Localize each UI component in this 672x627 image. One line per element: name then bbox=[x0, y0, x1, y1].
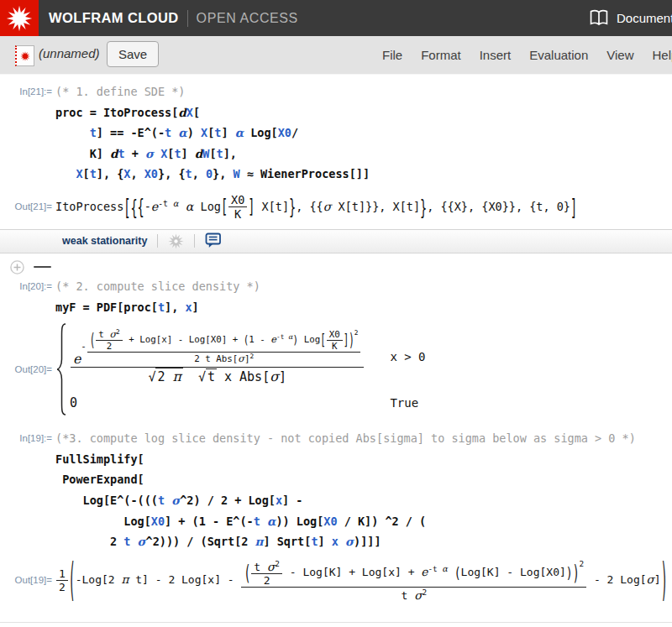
cell-tag[interactable]: weak stationarity bbox=[62, 235, 147, 247]
code-line[interactable]: K] dt + σ X[t] dW[t], bbox=[55, 144, 672, 165]
code-line[interactable]: myF = PDF[proc[t], x] bbox=[55, 297, 672, 318]
toolbar-divider bbox=[157, 234, 158, 248]
code-line[interactable]: 2 t σ^2))) / (Sqrt[2 π] Sqrt[t] x σ)]]] bbox=[55, 531, 672, 552]
code-line[interactable]: FullSimplify[ bbox=[55, 449, 672, 470]
code-line[interactable]: (* 2. compute slice density *) bbox=[55, 276, 672, 297]
menu-file[interactable]: File bbox=[382, 48, 402, 62]
output-cell-21: Out[21]= ItoProcess[{{-e-t α α Log[X0K] … bbox=[0, 193, 672, 221]
output-cell-20: Out[20]= e-(t σ22 + Log[x] - Log[X0] + (… bbox=[0, 322, 672, 416]
code-line[interactable]: (*3. compute log slice density - not cop… bbox=[55, 428, 672, 449]
piecewise-condition-2: True bbox=[390, 396, 425, 410]
code-in19[interactable]: (*3. compute log slice density - not cop… bbox=[55, 428, 672, 552]
cell-label-in20: In[20]:= bbox=[0, 276, 52, 317]
toolbar-divider bbox=[194, 234, 195, 248]
cell-group-separator bbox=[0, 622, 672, 623]
notebook-filename: (unnamed) bbox=[39, 46, 100, 60]
code-line[interactable]: t] == -E^(-t α) X[t] α Log[X0/ bbox=[55, 123, 672, 144]
menu-bar: File Format Insert Evaluation View Help bbox=[382, 36, 672, 74]
notebook-spikey-icon bbox=[20, 51, 30, 61]
brand-product: OPEN ACCESS bbox=[197, 11, 298, 26]
menu-insert[interactable]: Insert bbox=[480, 48, 512, 62]
app-header: WOLFRAM CLOUD OPEN ACCESS Documentation bbox=[0, 0, 672, 36]
piecewise-value-1: e-(t σ22 + Log[x] - Log[X0] + (1 - e-t α… bbox=[70, 328, 365, 384]
documentation-link[interactable]: Documentation bbox=[588, 0, 672, 36]
output-formula-19: 12(-Log[2 π t] - 2 Log[x] - (t σ22 - Log… bbox=[55, 559, 672, 602]
code-line[interactable]: X[t], {X, X0}, {t, 0}, W ≈ WienerProcess… bbox=[55, 164, 672, 185]
cell-label-out21: Out[21]= bbox=[0, 201, 52, 212]
brand-title: WOLFRAM CLOUD bbox=[49, 10, 179, 26]
cell-label-in19: In[19]:= bbox=[0, 428, 52, 552]
plus-circle-icon bbox=[10, 260, 24, 274]
code-line[interactable]: (* 1. define SDE *) bbox=[55, 81, 672, 102]
documentation-label: Documentation bbox=[617, 11, 672, 25]
input-cell-21: In[21]:= (* 1. define SDE *) proc = ItoP… bbox=[0, 81, 672, 185]
piecewise-condition-1: x > 0 bbox=[390, 350, 425, 363]
insert-cursor-dash bbox=[34, 266, 51, 269]
insert-cell-row bbox=[0, 260, 672, 274]
code-line[interactable]: PowerExpand[ bbox=[55, 469, 672, 490]
menu-help[interactable]: Help bbox=[653, 48, 672, 62]
comment-bubble-icon bbox=[205, 233, 223, 249]
wolfram-logo[interactable] bbox=[0, 0, 39, 36]
code-line[interactable]: Log[X0] + (1 - E^(-t α)) Log[X0 / K]) ^2… bbox=[55, 511, 672, 532]
cell-label-in21: In[21]:= bbox=[0, 81, 52, 185]
output-formula-20: e-(t σ22 + Log[x] - Log[X0] + (1 - e-t α… bbox=[55, 322, 672, 416]
menu-format[interactable]: Format bbox=[421, 48, 461, 62]
menu-evaluation[interactable]: Evaluation bbox=[529, 48, 588, 62]
brand-separator bbox=[187, 10, 188, 27]
code-in20[interactable]: (* 2. compute slice density *) myF = PDF… bbox=[55, 276, 672, 317]
output-formula-21: ItoProcess[{{-e-t α α Log[X0K] X[t]}, {{… bbox=[55, 193, 672, 221]
input-cell-19: In[19]:= (*3. compute log slice density … bbox=[0, 428, 672, 552]
code-line[interactable]: Log[E^(-(((t σ^2) / 2 + Log[x] - bbox=[55, 490, 672, 511]
notebook-icon bbox=[15, 45, 34, 66]
brand: WOLFRAM CLOUD OPEN ACCESS bbox=[49, 10, 298, 27]
wolfram-spikey-icon bbox=[6, 5, 33, 32]
piecewise-grid: e-(t σ22 + Log[x] - Log[X0] + (1 - e-t α… bbox=[70, 328, 426, 410]
cell-label-out20: Out[20]= bbox=[0, 364, 52, 374]
spikey-gear-icon bbox=[168, 233, 184, 249]
input-cell-20: In[20]:= (* 2. compute slice density *) … bbox=[0, 276, 672, 317]
book-icon bbox=[588, 9, 610, 27]
piecewise-brace bbox=[55, 322, 67, 416]
comment-button[interactable] bbox=[205, 233, 223, 249]
menu-view[interactable]: View bbox=[606, 48, 633, 62]
code-in21[interactable]: (* 1. define SDE *) proc = ItoProcess[dX… bbox=[55, 81, 672, 185]
code-line[interactable]: proc = ItoProcess[dX[ bbox=[55, 102, 672, 123]
output-cell-19: Out[19]= 12(-Log[2 π t] - 2 Log[x] - (t … bbox=[0, 559, 672, 602]
cell-toolbar: weak stationarity bbox=[0, 229, 672, 253]
notebook-area: In[21]:= (* 1. define SDE *) proc = ItoP… bbox=[0, 75, 672, 601]
cell-options-button[interactable] bbox=[168, 233, 184, 249]
piecewise-value-2: 0 bbox=[70, 395, 365, 410]
save-button[interactable]: Save bbox=[107, 41, 159, 67]
add-cell-button[interactable] bbox=[10, 260, 24, 274]
file-menubar: (unnamed) Save File Format Insert Evalua… bbox=[0, 36, 672, 75]
cell-label-out19: Out[19]= bbox=[0, 575, 52, 585]
